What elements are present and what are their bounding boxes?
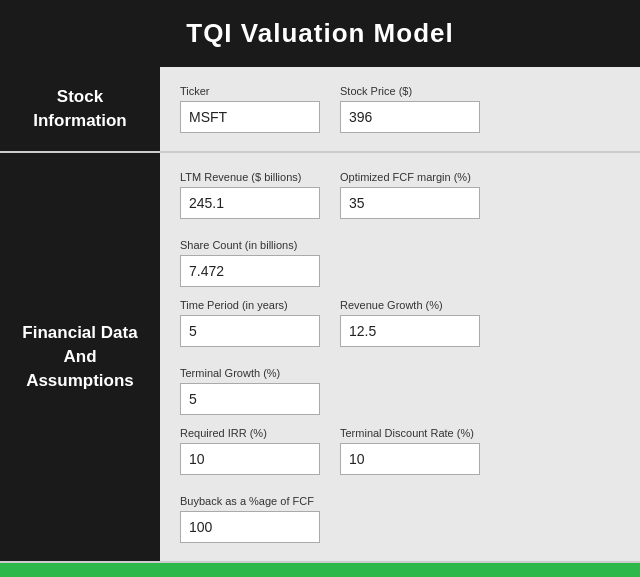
buyback-input[interactable] bbox=[180, 511, 320, 543]
terminal-growth-group: Terminal Growth (%) bbox=[180, 367, 320, 415]
stock-price-input[interactable] bbox=[340, 101, 480, 133]
time-period-label: Time Period (in years) bbox=[180, 299, 320, 311]
financial-data-label: Financial Data And Assumptions bbox=[0, 153, 160, 561]
buyback-label: Buyback as a %age of FCF bbox=[180, 495, 320, 507]
share-count-label: Share Count (in billions) bbox=[180, 239, 320, 251]
share-count-input[interactable] bbox=[180, 255, 320, 287]
financial-data-content: LTM Revenue ($ billions) Optimized FCF m… bbox=[160, 153, 640, 561]
terminal-discount-label: Terminal Discount Rate (%) bbox=[340, 427, 480, 439]
terminal-discount-input[interactable] bbox=[340, 443, 480, 475]
ltm-revenue-label: LTM Revenue ($ billions) bbox=[180, 171, 320, 183]
page-title: TQI Valuation Model bbox=[186, 18, 453, 48]
revenue-growth-label: Revenue Growth (%) bbox=[340, 299, 480, 311]
stock-information-label: Stock Information bbox=[0, 67, 160, 151]
stock-information-section: Stock Information Ticker Stock Price ($) bbox=[0, 67, 640, 153]
time-period-input[interactable] bbox=[180, 315, 320, 347]
revenue-growth-group: Revenue Growth (%) bbox=[340, 299, 480, 347]
revenue-growth-input[interactable] bbox=[340, 315, 480, 347]
financial-row-1: LTM Revenue ($ billions) Optimized FCF m… bbox=[180, 171, 624, 287]
fcf-margin-label: Optimized FCF margin (%) bbox=[340, 171, 480, 183]
financial-row-2: Time Period (in years) Revenue Growth (%… bbox=[180, 299, 624, 415]
fcf-margin-group: Optimized FCF margin (%) bbox=[340, 171, 480, 219]
stock-price-label: Stock Price ($) bbox=[340, 85, 480, 97]
financial-row-3: Required IRR (%) Terminal Discount Rate … bbox=[180, 427, 624, 543]
share-count-group: Share Count (in billions) bbox=[180, 239, 320, 287]
ticker-input[interactable] bbox=[180, 101, 320, 133]
stock-price-group: Stock Price ($) bbox=[340, 85, 480, 133]
fcf-margin-input[interactable] bbox=[340, 187, 480, 219]
terminal-growth-label: Terminal Growth (%) bbox=[180, 367, 320, 379]
time-period-group: Time Period (in years) bbox=[180, 299, 320, 347]
buyback-group: Buyback as a %age of FCF bbox=[180, 495, 320, 543]
required-irr-input[interactable] bbox=[180, 443, 320, 475]
terminal-growth-input[interactable] bbox=[180, 383, 320, 415]
ltm-revenue-group: LTM Revenue ($ billions) bbox=[180, 171, 320, 219]
page-header: TQI Valuation Model bbox=[0, 0, 640, 67]
required-irr-group: Required IRR (%) bbox=[180, 427, 320, 475]
ticker-label: Ticker bbox=[180, 85, 320, 97]
financial-data-section: Financial Data And Assumptions LTM Reven… bbox=[0, 153, 640, 563]
calculate-button[interactable]: Calculate Fair Value bbox=[0, 563, 640, 577]
terminal-discount-group: Terminal Discount Rate (%) bbox=[340, 427, 480, 475]
ticker-group: Ticker bbox=[180, 85, 320, 133]
ltm-revenue-input[interactable] bbox=[180, 187, 320, 219]
stock-information-content: Ticker Stock Price ($) bbox=[160, 67, 640, 151]
required-irr-label: Required IRR (%) bbox=[180, 427, 320, 439]
